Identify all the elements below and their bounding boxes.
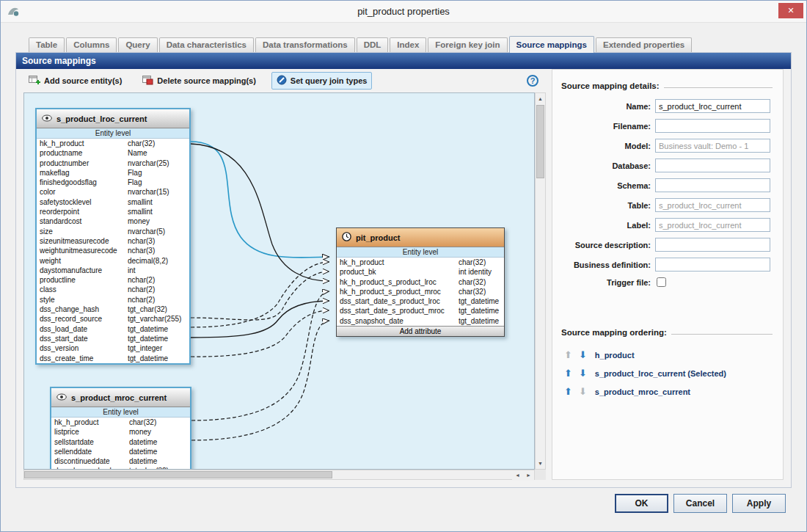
entity-column-row[interactable]: colornvarchar(15): [37, 187, 189, 197]
database-label: Database:: [561, 161, 655, 170]
filename-field[interactable]: [655, 119, 770, 133]
entity-column-row[interactable]: hk_h_productchar(32): [51, 418, 190, 427]
scroll-up-button[interactable]: ▲: [536, 93, 545, 104]
column-type: smallint: [128, 207, 189, 216]
horizontal-scrollbar[interactable]: ◄ ►: [23, 470, 535, 480]
vertical-scroll-thumb[interactable]: [536, 105, 544, 178]
source-description-field[interactable]: [655, 238, 770, 252]
entity-column-row[interactable]: hk_h_product_s_product_lrocchar(32): [337, 277, 504, 287]
tab-data-transformations[interactable]: Data transformations: [255, 37, 355, 52]
ok-button[interactable]: OK: [615, 494, 668, 513]
entity-column-row[interactable]: standardcostmoney: [37, 216, 189, 226]
entity-header[interactable]: pit_product: [337, 228, 504, 247]
entity-column-row[interactable]: sizenvarchar(5): [37, 227, 189, 236]
entity-column-row[interactable]: listpricemoney: [51, 427, 190, 437]
entity-column-row[interactable]: productlinenchar(2): [37, 275, 189, 285]
schema-field[interactable]: [655, 178, 770, 192]
tab-query[interactable]: Query: [118, 37, 157, 52]
add-source-entity-button[interactable]: Add source entity(s): [23, 73, 127, 90]
dialog-buttons: OK Cancel Apply: [615, 494, 786, 513]
entity-column-row[interactable]: productnameName: [37, 148, 189, 158]
entity-column-row[interactable]: dss_load_datetgt_datetime: [37, 324, 189, 334]
column-type: tgt_varchar(255): [128, 314, 189, 324]
move-up-icon[interactable]: ⬆: [564, 368, 572, 378]
move-down-icon[interactable]: ⬇: [579, 368, 587, 378]
column-name: sizeunitmeasurecode: [40, 236, 128, 246]
entity-column-row[interactable]: sellenddatedatetime: [51, 447, 190, 456]
entity-header[interactable]: s_product_mroc_current: [51, 388, 190, 407]
set-query-join-types-button[interactable]: Set query join types: [271, 72, 373, 90]
column-name: class: [40, 285, 128, 294]
move-down-icon[interactable]: ⬇: [579, 350, 587, 360]
entity-column-row[interactable]: makeflagFlag: [37, 168, 189, 178]
entity-column-row[interactable]: dss_record_sourcetgt_varchar(255): [37, 314, 189, 324]
eye-icon: [56, 393, 67, 402]
horizontal-scroll-thumb[interactable]: [24, 471, 332, 478]
column-type: datetime: [129, 456, 190, 466]
column-type: nchar(2): [128, 285, 189, 294]
column-type: smallint: [128, 197, 189, 207]
move-up-icon[interactable]: ⬆: [564, 387, 572, 396]
column-name: hk_h_product: [54, 418, 129, 427]
tab-columns[interactable]: Columns: [66, 37, 117, 52]
entity-column-row[interactable]: stylenchar(2): [37, 295, 189, 305]
entity-column-row[interactable]: discontinueddatedatetime: [51, 456, 190, 466]
delete-source-mapping-button[interactable]: Delete source mapping(s): [137, 73, 260, 90]
cancel-button[interactable]: Cancel: [673, 494, 727, 513]
tab-extended-properties[interactable]: Extended properties: [596, 37, 692, 52]
add-attribute-button[interactable]: Add attribute: [337, 326, 504, 336]
close-button[interactable]: ✕: [778, 3, 803, 18]
help-button[interactable]: ?: [527, 75, 538, 87]
scroll-down-button[interactable]: ▼: [536, 458, 545, 469]
entity-column-row[interactable]: dss_versiontgt_integer: [37, 343, 189, 353]
entity-column-row[interactable]: productnumbernvarchar(25): [37, 158, 189, 168]
apply-button[interactable]: Apply: [732, 494, 786, 513]
entity-column-row[interactable]: dss_start_date_s_product_lroctgt_datetim…: [337, 296, 504, 306]
column-type: nvarchar(15): [128, 187, 189, 197]
entity-column-row[interactable]: dss_start_datetgt_datetime: [37, 334, 189, 343]
business-definition-field[interactable]: [655, 258, 770, 272]
entity-column-row[interactable]: safetystocklevelsmallint: [37, 197, 189, 207]
name-field[interactable]: [655, 99, 770, 113]
entity-column-row[interactable]: hk_h_productchar(32): [37, 139, 189, 148]
scroll-right-button[interactable]: ►: [523, 470, 534, 481]
horizontal-scroll-track[interactable]: [332, 470, 512, 479]
entity-column-row[interactable]: reorderpointsmallint: [37, 207, 189, 216]
entity-column-row[interactable]: dss_create_timetgt_datetime: [37, 354, 189, 363]
column-name: sellenddate: [54, 447, 129, 456]
trigger-file-checkbox[interactable]: [657, 277, 666, 287]
entity-s_product_lroc_current[interactable]: s_product_lroc_currentEntity levelhk_h_p…: [35, 108, 191, 365]
entity-column-row[interactable]: daystomanufactureint: [37, 266, 189, 275]
tab-source-mappings[interactable]: Source mappings: [509, 36, 595, 53]
tab-index[interactable]: Index: [390, 37, 426, 52]
source-mapping-details-panel: Source mapping details: Name:Filename:Mo…: [552, 69, 784, 480]
tab-data-characteristics[interactable]: Data characteristics: [159, 37, 254, 52]
entity-column-row[interactable]: dss_change_hashtgt_char(32): [37, 305, 189, 314]
tab-table[interactable]: Table: [29, 37, 65, 52]
entity-column-row[interactable]: sizeunitmeasurecodenchar(3): [37, 236, 189, 246]
database-field[interactable]: [655, 158, 770, 172]
tab-foreign-key-join[interactable]: Foreign key join: [428, 37, 507, 52]
entity-column-row[interactable]: dss_start_date_s_product_mroctgt_datetim…: [337, 306, 504, 316]
entity-column-row[interactable]: weightdecimal(8,2): [37, 256, 189, 266]
entity-column-row[interactable]: hk_h_product_s_product_mrocchar(32): [337, 287, 504, 296]
tab-ddl[interactable]: DDL: [357, 37, 389, 52]
column-type: tgt_datetime: [459, 296, 504, 306]
entity-column-row[interactable]: hk_h_productchar(32): [337, 258, 504, 267]
entity-pit_product[interactable]: pit_productEntity levelhk_h_productchar(…: [336, 227, 505, 337]
column-name: color: [40, 187, 128, 197]
delete-mapping-icon: [142, 76, 153, 87]
vertical-scrollbar[interactable]: ▲ ▼: [535, 92, 546, 470]
entity-header[interactable]: s_product_lroc_current: [37, 109, 189, 128]
entity-column-row[interactable]: classnchar(2): [37, 285, 189, 294]
column-name: productname: [40, 148, 128, 158]
diagram-canvas[interactable]: s_product_lroc_currentEntity levelhk_h_p…: [23, 92, 535, 470]
entity-column-row[interactable]: dss_snapshot_datetgt_datetime: [337, 316, 504, 326]
entity-column-row[interactable]: finishedgoodsflagFlag: [37, 178, 189, 187]
entity-column-row[interactable]: weightunitmeasurecodenchar(3): [37, 246, 189, 255]
entity-column-row[interactable]: product_bkint identity: [337, 267, 504, 277]
scroll-left-button[interactable]: ◄: [512, 470, 523, 481]
entity-s_product_mroc_current[interactable]: s_product_mroc_currentEntity levelhk_h_p…: [50, 387, 191, 470]
entity-column-row[interactable]: sellstartdatedatetime: [51, 437, 190, 447]
details-fields: Name:Filename:Model:Database:Schema:Tabl…: [561, 99, 773, 272]
